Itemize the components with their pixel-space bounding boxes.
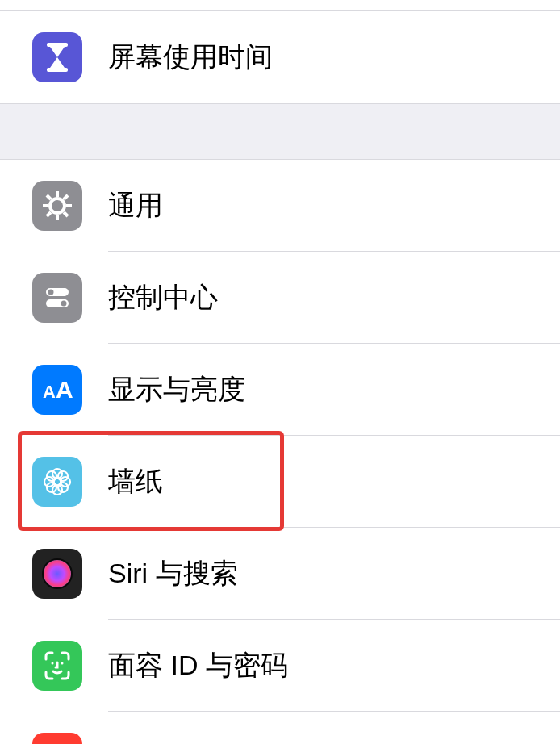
svg-text:A: A <box>56 376 73 403</box>
svg-line-10 <box>64 195 68 199</box>
svg-line-9 <box>47 212 51 216</box>
flower-icon <box>32 457 82 507</box>
row-siri-search[interactable]: Siri 与搜索 <box>0 528 560 620</box>
svg-point-28 <box>52 662 54 665</box>
settings-group-2: 通用 控制中心 A A 显示与亮度 <box>0 160 560 744</box>
group-spacer <box>0 103 560 160</box>
svg-point-2 <box>50 199 65 213</box>
row-screen-time[interactable]: 屏幕使用时间 <box>0 11 560 103</box>
hourglass-icon <box>32 32 82 82</box>
gear-icon <box>32 181 82 231</box>
row-display-brightness[interactable]: A A 显示与亮度 <box>0 344 560 436</box>
faceid-icon <box>32 641 82 691</box>
toggles-icon <box>32 273 82 323</box>
svg-point-22 <box>47 471 56 481</box>
sos-icon: SOS <box>32 733 82 744</box>
row-general[interactable]: 通用 <box>0 160 560 252</box>
svg-point-24 <box>47 483 56 492</box>
settings-group-1: 屏幕使用时间 <box>0 11 560 103</box>
svg-point-29 <box>61 662 64 665</box>
svg-text:A: A <box>43 382 56 402</box>
svg-line-7 <box>47 195 51 199</box>
row-sos[interactable]: SOS SOS 紧急联络 <box>0 712 560 744</box>
partial-prev-group <box>0 0 560 11</box>
text-size-icon: A A <box>32 365 82 415</box>
row-control-center[interactable]: 控制中心 <box>0 252 560 344</box>
svg-point-12 <box>48 290 54 295</box>
svg-line-8 <box>64 212 68 216</box>
siri-icon <box>32 549 82 599</box>
row-wallpaper[interactable]: 墙纸 <box>0 436 560 528</box>
svg-point-25 <box>58 483 68 492</box>
svg-point-23 <box>58 471 68 481</box>
row-label: 显示与亮度 <box>108 371 245 408</box>
row-label: SOS 紧急联络 <box>108 739 283 744</box>
row-label: Siri 与搜索 <box>108 555 238 592</box>
svg-rect-1 <box>47 68 68 72</box>
row-faceid-passcode[interactable]: 面容 ID 与密码 <box>0 620 560 712</box>
row-label: 通用 <box>108 187 163 224</box>
svg-point-14 <box>61 301 67 307</box>
row-label: 屏幕使用时间 <box>108 39 273 76</box>
row-label: 墙纸 <box>108 463 163 500</box>
svg-rect-0 <box>47 43 68 47</box>
row-label: 面容 ID 与密码 <box>108 647 288 684</box>
row-label: 控制中心 <box>108 279 218 316</box>
